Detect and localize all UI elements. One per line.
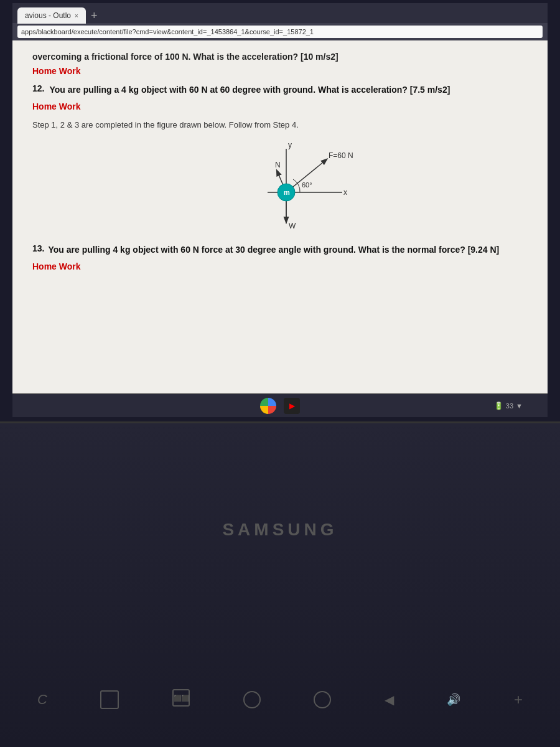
n-label: N [275,161,281,169]
tab-bar: avious - Outlo × + [12,3,548,23]
plus-button[interactable]: + [514,691,523,708]
angle-label: 60° [302,181,312,189]
laptop-screen: avious - Outlo × + overcoming a friction… [0,0,560,423]
x-axis-label: x [343,188,347,197]
intro-question-text: overcoming a frictional force of 100 N. … [32,50,528,63]
force-label: F=60 N [329,151,353,160]
battery-status: 🔋 33 ▼ [494,402,523,410]
q13-text: You are pulling 4 kg object with 60 N fo… [48,243,499,256]
address-bar [12,23,548,40]
q13-row: 13. You are pulling 4 kg object with 60 … [32,243,528,259]
step-text: Step 1, 2 & 3 are completed in the figur… [32,119,528,131]
youtube-icon[interactable]: ▶ [284,398,300,414]
q12-number: 12. [32,83,44,99]
q12-text: You are pulling a 4 kg object with 60 N … [49,83,450,96]
volume-button[interactable]: 🔊 [447,693,460,707]
browser-chrome: avious - Outlo × + [12,3,548,40]
brand-logo: SAMSUNG [222,520,337,540]
q13-number: 13. [32,243,44,259]
chrome-icon[interactable] [260,398,276,414]
bottom-controls: C ⬛⬛ ◀ 🔊 + [0,689,560,710]
w-label: W [289,222,296,230]
mass-label: m [284,189,290,196]
tab-close-button[interactable]: × [75,12,78,19]
back-button[interactable]: ◀ [385,692,394,707]
laptop-body: SAMSUNG C ⬛⬛ ◀ 🔊 + [0,423,560,747]
tab-label: avious - Outlo [25,11,71,20]
circle-button-2[interactable] [314,691,331,708]
dpad-key[interactable]: ⬛⬛ [172,689,190,710]
homework-label-3: Home Work [32,261,528,271]
homework-label-2: Home Work [32,101,528,111]
physics-diagram: x y W N [70,136,528,236]
diagram-svg: x y W N [230,136,367,236]
page-content: overcoming a frictional force of 100 N. … [12,40,548,414]
intro-question-block: overcoming a frictional force of 100 N. … [32,50,528,76]
question-13-block: 13. You are pulling 4 kg object with 60 … [32,243,528,271]
new-tab-button[interactable]: + [86,9,103,22]
screen-content: avious - Outlo × + overcoming a friction… [12,3,548,417]
y-axis-label: y [288,141,292,149]
c-key[interactable]: C [37,692,47,708]
browser-tab[interactable]: avious - Outlo × [17,7,86,24]
square-key[interactable] [100,690,119,709]
circle-button-1[interactable] [243,691,261,708]
brand-area: SAMSUNG [0,470,560,540]
taskbar: ▶ 🔋 33 ▼ [12,393,548,417]
question-12-block: 12. You are pulling a 4 kg object with 6… [32,83,528,236]
address-input[interactable] [17,26,543,38]
homework-label-1: Home Work [32,66,528,76]
